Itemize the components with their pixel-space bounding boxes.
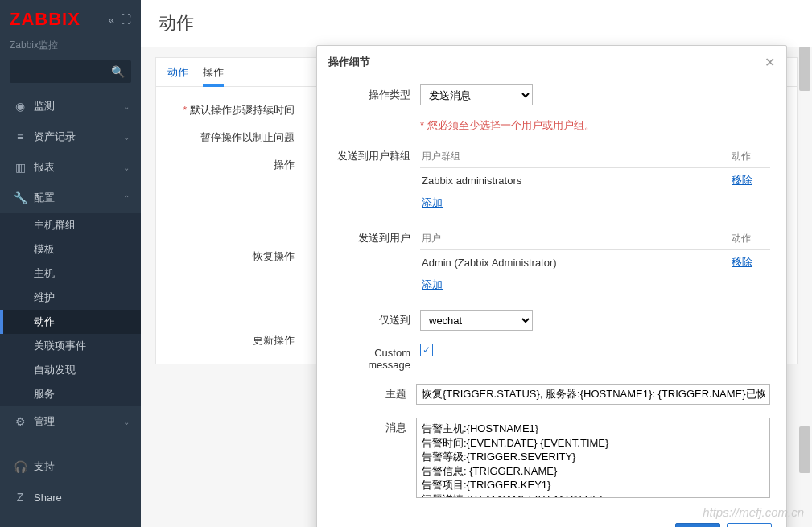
support-icon: 🎧 [11,460,29,473]
list-icon: ≡ [11,130,29,143]
chevron-down-icon: ⌄ [123,418,130,426]
search-icon: 🔍 [111,65,125,78]
nav-admin[interactable]: ⚙ 管理 ⌄ [0,406,141,437]
nav-inventory[interactable]: ≡ 资产记录 ⌄ [0,121,141,152]
col-user: 用户 [420,228,730,250]
add-user-link[interactable]: 添加 [422,278,443,290]
eye-icon: ◉ [11,100,29,113]
asterisk-icon: * [420,119,427,131]
nav-config[interactable]: 🔧 配置 ⌃ [0,183,141,213]
cancel-button[interactable]: 取消 [727,523,772,527]
error-text: 您必须至少选择一个用户或用户组。 [427,119,595,131]
modal-header: 操作细节 ✕ [317,46,786,78]
label-send-groups: 发送到用户群组 [333,146,420,163]
label-only-to: 仅送到 [333,310,420,327]
modal-title: 操作细节 [328,55,370,69]
sidebar-item-correlation[interactable]: 关联项事件 [0,334,141,358]
search-input[interactable]: 🔍 [10,60,131,83]
share-icon: Z [11,491,29,504]
update-button[interactable]: 更新 [675,523,720,527]
sidebar-item-hosts[interactable]: 主机 [0,261,141,286]
sidebar-item-services[interactable]: 服务 [0,382,141,406]
wrench-icon: 🔧 [11,191,29,204]
chevron-up-icon: ⌃ [123,194,130,203]
collapse-icon[interactable]: « [109,14,114,26]
col-usergroup: 用户群组 [420,146,730,168]
col-action: 动作 [730,228,770,250]
custom-msg-checkbox[interactable]: ✓ [420,344,433,356]
label-custom-msg: Custom message [333,344,420,371]
chart-icon: ▥ [11,161,29,174]
kiosk-icon[interactable]: ⛶ [121,14,131,26]
sidebar-header: ZABBIX « ⛶ [0,0,141,39]
op-type-select[interactable]: 发送消息 [420,84,533,105]
nav-config-sub: 主机群组 模板 主机 维护 动作 关联项事件 自动发现 服务 [0,213,141,406]
add-usergroup-link[interactable]: 添加 [422,196,443,208]
subject-input[interactable] [416,384,770,405]
sidebar-item-hostgroups[interactable]: 主机群组 [0,213,141,237]
message-textarea[interactable]: 告警主机:{HOSTNAME1} 告警时间:{EVENT.DATE} {EVEN… [416,418,770,498]
nav-share[interactable]: Z Share [0,482,141,513]
remove-link[interactable]: 移除 [732,256,752,268]
chevron-down-icon: ⌄ [123,163,130,172]
label-send-users: 发送到用户 [333,228,420,245]
label-message: 消息 [333,418,416,435]
col-action: 动作 [730,146,770,168]
usergroup-cell: Zabbix administrators [420,168,730,193]
modal-body: 操作类型 发送消息 * 您必须至少选择一个用户或用户组。 发送到用户群组 用户群… [317,78,786,517]
label-subject: 主题 [333,384,416,401]
table-row: Admin (Zabbix Administrator)移除 [420,250,770,275]
usergroup-table: 用户群组动作 Zabbix administrators移除 添加 [420,146,770,215]
only-to-select[interactable]: wechat [420,310,533,331]
logo[interactable]: ZABBIX [10,9,80,30]
close-icon[interactable]: ✕ [765,55,775,70]
sidebar-item-maintenance[interactable]: 维护 [0,286,141,310]
modal: 操作细节 ✕ 操作类型 发送消息 * 您必须至少选择一个用户或用户组。 发送到用… [316,45,787,527]
remove-link[interactable]: 移除 [732,174,752,186]
table-row: Zabbix administrators移除 [420,168,770,193]
user-table: 用户动作 Admin (Zabbix Administrator)移除 添加 [420,228,770,297]
gear-icon: ⚙ [11,415,29,428]
sidebar: ZABBIX « ⛶ Zabbix监控 🔍 ◉ 监测 ⌄ ≡ 资产记录 ⌄ ▥ … [0,0,141,527]
server-name: Zabbix监控 [0,39,141,60]
chevron-down-icon: ⌄ [123,133,130,142]
chevron-down-icon: ⌄ [123,102,130,111]
nav-support[interactable]: 🎧 支持 [0,451,141,482]
user-cell: Admin (Zabbix Administrator) [420,250,730,275]
sidebar-item-discovery[interactable]: 自动发现 [0,358,141,382]
nav-reports[interactable]: ▥ 报表 ⌄ [0,152,141,183]
sidebar-item-actions[interactable]: 动作 [0,310,141,334]
nav-monitoring[interactable]: ◉ 监测 ⌄ [0,91,141,121]
modal-overlay: 操作细节 ✕ 操作类型 发送消息 * 您必须至少选择一个用户或用户组。 发送到用… [141,39,812,527]
watermark: https://mefj.com.cn [703,505,804,519]
label-op-type: 操作类型 [333,84,420,102]
sidebar-item-templates[interactable]: 模板 [0,237,141,261]
